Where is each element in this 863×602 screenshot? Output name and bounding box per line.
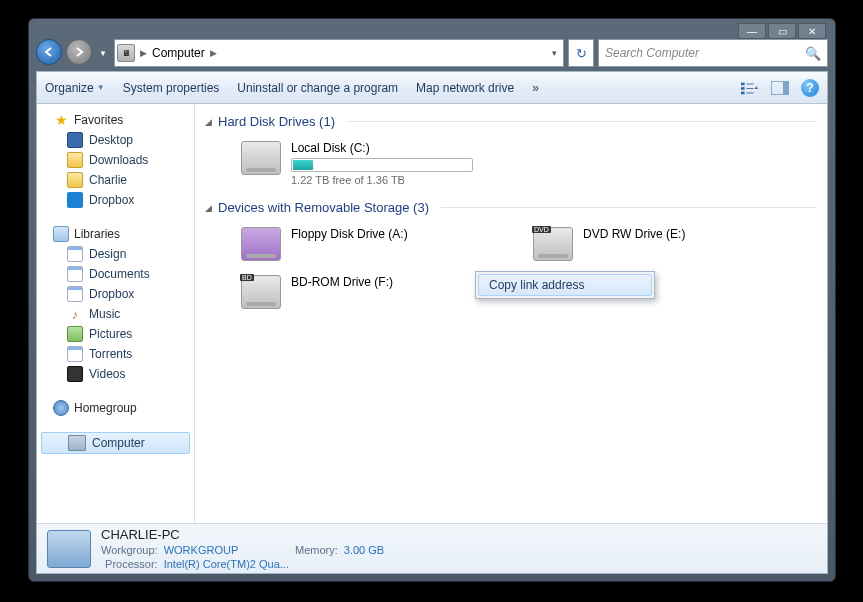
sidebar-item-pictures[interactable]: Pictures <box>37 324 194 344</box>
context-copy-link-address[interactable]: Copy link address <box>478 274 652 296</box>
sidebar-label: Music <box>89 307 120 321</box>
drive-free-space: 1.22 TB free of 1.36 TB <box>291 174 473 186</box>
svg-rect-7 <box>783 81 789 95</box>
sidebar-item-music[interactable]: ♪Music <box>37 304 194 324</box>
drive-name: Floppy Disk Drive (A:) <box>291 227 408 241</box>
sidebar-label: Design <box>89 247 126 261</box>
sidebar-label: Desktop <box>89 133 133 147</box>
sidebar-item-downloads[interactable]: Downloads <box>37 150 194 170</box>
svg-rect-5 <box>746 92 753 93</box>
libraries-label: Libraries <box>74 227 120 241</box>
organize-menu[interactable]: Organize ▼ <box>45 81 105 95</box>
close-button[interactable]: ✕ <box>798 23 826 39</box>
breadcrumb-separator-icon: ▶ <box>138 48 149 58</box>
toolbar-overflow[interactable]: » <box>532 81 539 95</box>
svg-rect-4 <box>746 88 753 89</box>
command-bar: Organize ▼ System properties Uninstall o… <box>37 72 827 104</box>
sidebar-label: Dropbox <box>89 193 134 207</box>
navigation-pane: ★ Favorites Desktop Downloads Charlie Dr… <box>37 104 195 523</box>
sidebar-favorites[interactable]: ★ Favorites <box>37 110 194 130</box>
content-pane: ◢ Hard Disk Drives (1) Local Disk (C:) 1… <box>195 104 827 523</box>
drive-floppy-a[interactable]: Floppy Disk Drive (A:) <box>241 223 521 271</box>
search-input[interactable]: Search Computer 🔍 <box>598 39 828 67</box>
sidebar-homegroup[interactable]: Homegroup <box>37 398 194 418</box>
system-properties-button[interactable]: System properties <box>123 81 220 95</box>
bd-tag: BD <box>240 274 254 281</box>
sidebar-item-computer[interactable]: Computer <box>41 432 190 454</box>
desktop-icon <box>67 132 83 148</box>
sidebar-item-torrents[interactable]: Torrents <box>37 344 194 364</box>
organize-label: Organize <box>45 81 94 95</box>
sidebar-item-charlie[interactable]: Charlie <box>37 170 194 190</box>
videos-icon <box>67 366 83 382</box>
details-memory: 3.00 GB <box>344 544 384 556</box>
drive-dvd-e[interactable]: DVD DVD RW Drive (E:) <box>533 223 813 271</box>
drive-name: BD-ROM Drive (F:) <box>291 275 393 289</box>
dvd-tag: DVD <box>532 226 551 233</box>
map-network-drive-button[interactable]: Map network drive <box>416 81 514 95</box>
bd-drive-icon: BD <box>241 275 281 309</box>
breadcrumb-separator-icon[interactable]: ▶ <box>208 48 219 58</box>
library-icon <box>67 246 83 262</box>
sidebar-label: Dropbox <box>89 287 134 301</box>
computer-large-icon <box>47 530 91 568</box>
computer-icon <box>68 435 86 451</box>
star-icon: ★ <box>53 112 69 128</box>
sidebar-item-desktop[interactable]: Desktop <box>37 130 194 150</box>
drive-local-c[interactable]: Local Disk (C:) 1.22 TB free of 1.36 TB <box>205 137 485 196</box>
minimize-button[interactable]: — <box>738 23 766 39</box>
back-button[interactable] <box>36 39 62 65</box>
drive-name: DVD RW Drive (E:) <box>583 227 685 241</box>
homegroup-icon <box>53 400 69 416</box>
collapse-icon: ◢ <box>205 117 212 127</box>
sidebar-item-documents[interactable]: Documents <box>37 264 194 284</box>
divider <box>347 121 817 122</box>
address-bar[interactable]: 🖥 ▶ Computer ▶ ▾ <box>114 39 564 67</box>
svg-rect-1 <box>741 87 745 90</box>
library-icon <box>67 286 83 302</box>
maximize-button[interactable]: ▭ <box>768 23 796 39</box>
details-processor: Intel(R) Core(TM)2 Qua... <box>164 558 289 570</box>
drive-name: Local Disk (C:) <box>291 141 473 155</box>
explorer-window: — ▭ ✕ ▼ 🖥 ▶ Computer ▶ ▾ ↻ Search Comput… <box>28 18 836 582</box>
search-icon: 🔍 <box>805 46 821 61</box>
libraries-icon <box>53 226 69 242</box>
folder-icon <box>67 172 83 188</box>
sidebar-label: Computer <box>92 436 145 450</box>
hard-disk-icon <box>241 141 281 175</box>
sidebar-label: Torrents <box>89 347 132 361</box>
details-workgroup: WORKGROUP <box>164 544 289 556</box>
favorites-label: Favorites <box>74 113 123 127</box>
context-menu: Copy link address <box>475 271 655 299</box>
sidebar-label: Downloads <box>89 153 148 167</box>
view-options-button[interactable] <box>741 80 759 96</box>
details-memory-label: Memory: <box>295 544 338 556</box>
folder-icon <box>67 152 83 168</box>
sidebar-item-design[interactable]: Design <box>37 244 194 264</box>
sidebar-item-dropbox[interactable]: Dropbox <box>37 190 194 210</box>
dvd-drive-icon: DVD <box>533 227 573 261</box>
sidebar-libraries[interactable]: Libraries <box>37 224 194 244</box>
nav-history-dropdown[interactable]: ▼ <box>96 39 110 67</box>
divider <box>441 207 817 208</box>
music-icon: ♪ <box>67 306 83 322</box>
svg-rect-0 <box>741 82 745 85</box>
navigation-row: ▼ 🖥 ▶ Computer ▶ ▾ ↻ Search Computer 🔍 <box>36 39 828 67</box>
sidebar-item-dropbox-lib[interactable]: Dropbox <box>37 284 194 304</box>
refresh-button[interactable]: ↻ <box>568 39 594 67</box>
preview-pane-button[interactable] <box>771 80 789 96</box>
title-bar: — ▭ ✕ <box>36 23 828 37</box>
section-hard-disk-drives[interactable]: ◢ Hard Disk Drives (1) <box>205 114 817 129</box>
details-workgroup-label: Workgroup: <box>101 544 158 556</box>
forward-button[interactable] <box>66 39 92 65</box>
sidebar-label: Documents <box>89 267 150 281</box>
sidebar-item-videos[interactable]: Videos <box>37 364 194 384</box>
address-dropdown-icon[interactable]: ▾ <box>548 48 561 58</box>
svg-rect-2 <box>741 91 745 94</box>
help-button[interactable]: ? <box>801 79 819 97</box>
uninstall-program-button[interactable]: Uninstall or change a program <box>237 81 398 95</box>
capacity-bar <box>291 158 473 172</box>
library-icon <box>67 346 83 362</box>
section-removable-storage[interactable]: ◢ Devices with Removable Storage (3) <box>205 200 817 215</box>
breadcrumb-computer[interactable]: Computer <box>152 46 205 60</box>
